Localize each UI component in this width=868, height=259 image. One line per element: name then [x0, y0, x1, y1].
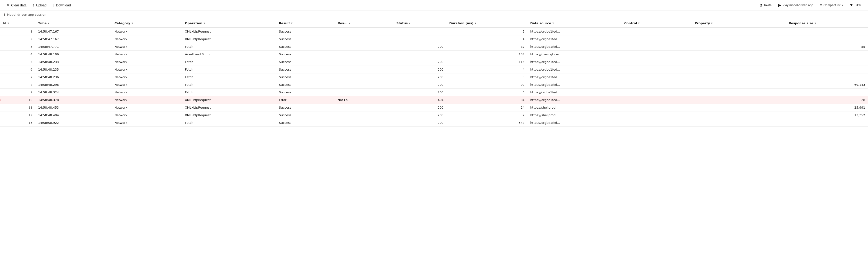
table-row[interactable]: !1014:58:48.378NetworkXMLHttpRequestErro… [0, 96, 868, 104]
col-header-operation[interactable]: Operation ∨ [182, 19, 276, 28]
cell-control [621, 51, 692, 58]
cell-operation: XMLHttpRequest [182, 35, 276, 43]
cell-category: Network [112, 74, 182, 81]
cell-id: !10 [0, 96, 35, 104]
col-header-id[interactable]: Id ∨ [0, 19, 35, 28]
cell-property [692, 104, 786, 111]
cell-status: 200 [394, 104, 446, 111]
cell-control [621, 81, 692, 89]
invite-button[interactable]: Invite [756, 2, 774, 8]
col-header-status[interactable]: Status ∨ [394, 19, 446, 28]
col-category-label: Category [115, 21, 130, 25]
sort-icon-operation: ∨ [203, 22, 205, 25]
cell-result: Error [276, 96, 335, 104]
col-datasource-label: Data source [530, 21, 551, 25]
cell-property [692, 43, 786, 51]
error-indicator: ! [0, 98, 0, 102]
cell-result: Success [276, 89, 335, 96]
cell-duration: 138 [446, 51, 527, 58]
col-duration-label: Duration (ms) [449, 21, 473, 25]
clear-data-button[interactable]: ✕ Clear data [4, 1, 29, 9]
cell-time: 14:58:48.453 [35, 104, 112, 111]
cell-id: 6 [0, 66, 35, 74]
cell-control [621, 43, 692, 51]
upload-button[interactable]: ↑ Upload [30, 2, 50, 9]
cell-result: Success [276, 66, 335, 74]
col-header-responsesize[interactable]: Response size ∨ [786, 19, 868, 28]
cell-result: Success [276, 104, 335, 111]
cell-datasource: https://shellprod... [527, 104, 621, 111]
cell-category: Network [112, 28, 182, 35]
cell-category: Network [112, 43, 182, 51]
col-header-category[interactable]: Category ∨ [112, 19, 182, 28]
cell-datasource: https://orgbe1fed... [527, 119, 621, 127]
filter-button[interactable]: Filter [847, 2, 864, 8]
table-row[interactable]: 814:58:48.296NetworkFetchSuccess20092htt… [0, 81, 868, 89]
cell-operation: Fetch [182, 89, 276, 96]
table-row[interactable]: 114:58:47.167NetworkXMLHttpRequestSucces… [0, 28, 868, 35]
upload-icon: ↑ [33, 3, 35, 7]
table-row[interactable]: 1314:58:50.922NetworkFetchSuccess200348h… [0, 119, 868, 127]
cell-id: 5 [0, 58, 35, 66]
table-row[interactable]: 1114:58:48.453NetworkXMLHttpRequestSucce… [0, 104, 868, 111]
info-bar: ℹ Model-driven app session [0, 10, 868, 19]
cell-result: Success [276, 119, 335, 127]
table-row[interactable]: 714:58:48.236NetworkFetchSuccess2005http… [0, 74, 868, 81]
cell-status: 200 [394, 89, 446, 96]
header-row: Id ∨ Time ∨ Category ∨ [0, 19, 868, 28]
sort-icon-result: ∨ [291, 22, 293, 25]
cell-res [335, 28, 394, 35]
cell-res [335, 81, 394, 89]
cell-responsesize: 28 [786, 96, 868, 104]
cell-result: Success [276, 35, 335, 43]
col-header-control[interactable]: Control ∨ [621, 19, 692, 28]
play-model-driven-app-button[interactable]: ▶ Play model-driven app [775, 1, 816, 9]
compact-list-button[interactable]: ≡ Compact list ▾ [817, 2, 846, 9]
col-header-time[interactable]: Time ∨ [35, 19, 112, 28]
table-row[interactable]: 514:58:48.233NetworkFetchSuccess200115ht… [0, 58, 868, 66]
cell-category: Network [112, 58, 182, 66]
table-row[interactable]: 314:58:47.771NetworkFetchSuccess20087htt… [0, 43, 868, 51]
table-row[interactable]: 214:58:47.167NetworkXMLHttpRequestSucces… [0, 35, 868, 43]
table-row[interactable]: 614:58:48.235NetworkFetchSuccess2004http… [0, 66, 868, 74]
cell-property [692, 28, 786, 35]
clear-data-label: Clear data [11, 3, 27, 7]
cell-category: Network [112, 111, 182, 119]
table-row[interactable]: 914:58:48.324NetworkFetchSuccess2004http… [0, 89, 868, 96]
cell-result: Success [276, 74, 335, 81]
cell-status: 200 [394, 58, 446, 66]
cell-control [621, 89, 692, 96]
cell-category: Network [112, 81, 182, 89]
cell-operation: Fetch [182, 74, 276, 81]
compact-list-icon: ≡ [820, 3, 822, 7]
download-button[interactable]: ↓ Download [50, 2, 73, 9]
cell-duration: 24 [446, 104, 527, 111]
col-header-datasource[interactable]: Data source ∨ [527, 19, 621, 28]
col-header-property[interactable]: Property ∨ [692, 19, 786, 28]
sort-icon-time: ∨ [48, 22, 50, 25]
cell-datasource: https://orgbe1fed... [527, 28, 621, 35]
col-operation-label: Operation [185, 21, 202, 25]
col-header-result[interactable]: Result ∨ [276, 19, 335, 28]
cell-datasource: https://orgbe1fed... [527, 35, 621, 43]
cell-operation: XMLHttpRequest [182, 96, 276, 104]
cell-property [692, 96, 786, 104]
col-status-label: Status [396, 21, 408, 25]
cell-duration: 4 [446, 89, 527, 96]
cell-control [621, 119, 692, 127]
col-header-res[interactable]: Res... ∨ [335, 19, 394, 28]
cell-time: 14:58:48.236 [35, 74, 112, 81]
sort-icon-property: ∨ [711, 22, 713, 25]
sort-icon-status: ∨ [409, 22, 411, 25]
cell-status: 200 [394, 111, 446, 119]
col-header-duration[interactable]: Duration (ms) ∨ [446, 19, 527, 28]
sort-icon-responsesize: ∨ [814, 22, 816, 25]
sort-icon-res: ∨ [348, 22, 350, 25]
table-row[interactable]: 414:58:48.106NetworkAssetLoad.ScriptSucc… [0, 51, 868, 58]
table-row[interactable]: 1214:58:48.494NetworkXMLHttpRequestSucce… [0, 111, 868, 119]
cell-category: Network [112, 119, 182, 127]
cell-control [621, 111, 692, 119]
cell-responsesize [786, 51, 868, 58]
cell-status: 200 [394, 43, 446, 51]
cell-category: Network [112, 89, 182, 96]
